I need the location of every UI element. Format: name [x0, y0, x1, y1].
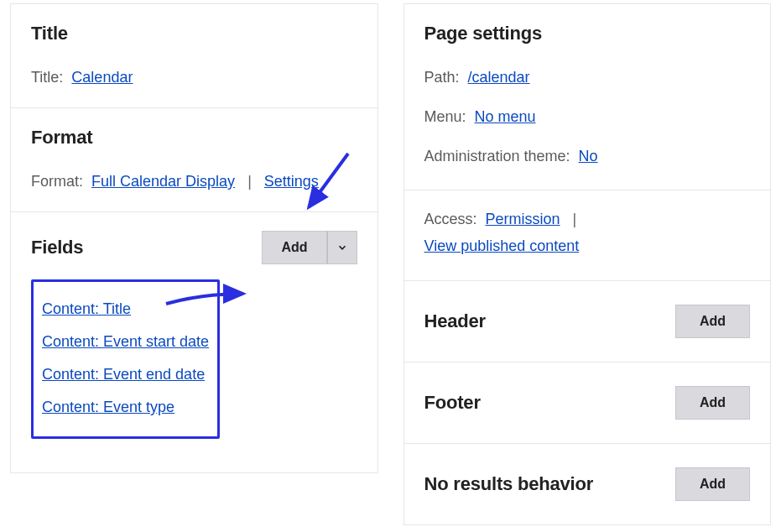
fields-add-button-group: Add: [262, 231, 357, 264]
format-heading: Format: [31, 127, 357, 149]
admin-theme-value-link[interactable]: No: [579, 148, 598, 164]
title-label: Title:: [31, 69, 63, 86]
header-add-button[interactable]: Add: [675, 305, 750, 338]
field-item[interactable]: Content: Event start date: [42, 333, 209, 351]
title-heading: Title: [31, 23, 357, 44]
field-item[interactable]: Content: Title: [42, 300, 209, 318]
field-item[interactable]: Content: Event end date: [42, 366, 209, 383]
format-settings-link[interactable]: Settings: [264, 173, 319, 190]
field-item[interactable]: Content: Event type: [42, 399, 209, 416]
title-value-link[interactable]: Calendar: [71, 69, 133, 86]
footer-add-button[interactable]: Add: [675, 386, 750, 420]
no-results-heading: No results behavior: [424, 473, 594, 495]
fields-list-highlight: Content: Title Content: Event start date…: [31, 279, 220, 439]
admin-theme-label: Administration theme:: [424, 148, 570, 164]
access-permission-link[interactable]: Permission: [486, 211, 560, 227]
menu-value-link[interactable]: No menu: [475, 108, 536, 125]
no-results-add-button[interactable]: Add: [675, 467, 750, 501]
fields-panel: Fields Add Content: Title Content: Event…: [10, 212, 378, 473]
fields-add-button[interactable]: Add: [262, 231, 326, 264]
header-heading: Header: [424, 310, 486, 332]
page-settings-panel: Page settings Path: /calendar Menu: No m…: [404, 3, 772, 190]
access-separator: |: [573, 211, 577, 227]
page-settings-heading: Page settings: [424, 23, 751, 44]
footer-heading: Footer: [424, 392, 481, 414]
chevron-down-icon: [336, 242, 348, 253]
access-label: Access:: [424, 211, 477, 227]
fields-add-dropdown[interactable]: [327, 231, 357, 264]
right-column: Page settings Path: /calendar Menu: No m…: [404, 3, 772, 525]
left-column: Title Title: Calendar Format Format: Ful…: [10, 3, 378, 525]
title-panel: Title Title: Calendar: [10, 3, 378, 108]
path-label: Path:: [424, 69, 460, 86]
fields-heading: Fields: [31, 237, 83, 258]
no-results-panel: No results behavior Add: [404, 444, 772, 525]
format-panel: Format Format: Full Calendar Display | S…: [10, 108, 378, 212]
footer-panel: Footer Add: [404, 362, 772, 444]
format-value-link[interactable]: Full Calendar Display: [91, 173, 235, 190]
format-label: Format:: [31, 173, 83, 190]
access-view-published-link[interactable]: View published content: [424, 237, 580, 254]
access-panel: Access: Permission | View published cont…: [404, 190, 772, 281]
format-separator: |: [247, 173, 252, 190]
menu-label: Menu:: [424, 108, 466, 125]
header-panel: Header Add: [404, 281, 772, 362]
path-value-link[interactable]: /calendar: [468, 69, 530, 86]
